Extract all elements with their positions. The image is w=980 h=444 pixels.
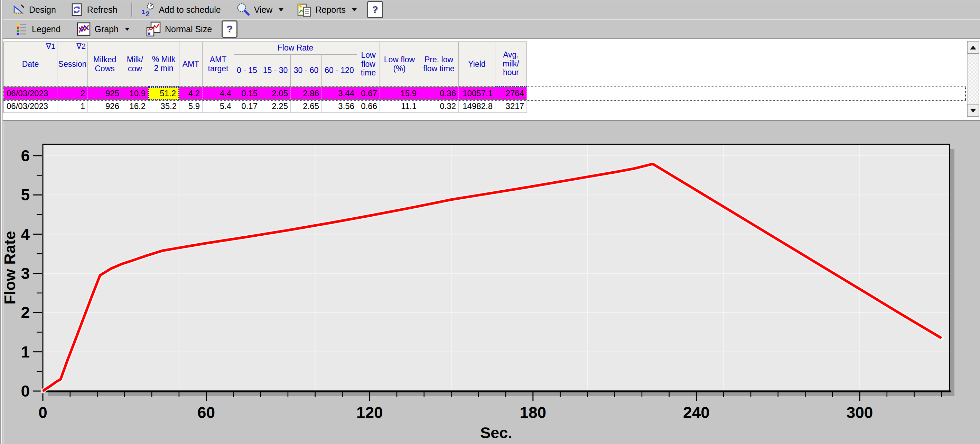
help-button-label: ? bbox=[372, 4, 378, 15]
column-header-date[interactable]: ∇1 Date bbox=[4, 42, 57, 87]
graph-button-label: Graph bbox=[94, 24, 118, 34]
column-header-avg-milk-hour[interactable]: Avg. milk/ hour bbox=[495, 42, 527, 87]
results-table: ∇1 Date ∇2 Session Milked Cows Milk/ cow… bbox=[3, 42, 527, 113]
scrollbar-track[interactable] bbox=[967, 54, 979, 104]
table-cell[interactable]: 925 bbox=[88, 87, 122, 100]
reports-dropdown-arrow-icon[interactable] bbox=[352, 8, 357, 11]
table-cell[interactable]: 0.15 bbox=[234, 87, 260, 100]
column-header-flow-60-120[interactable]: 60 - 120 bbox=[322, 55, 357, 87]
design-button[interactable]: Design bbox=[8, 2, 59, 17]
column-header-pct-milk-2min[interactable]: % Milk 2 min bbox=[148, 42, 180, 87]
column-header-low-flow-time[interactable]: Low flow time bbox=[357, 42, 380, 87]
table-cell[interactable]: 3.44 bbox=[322, 87, 357, 100]
view-toolbar: Legend Graph Normal Size ? bbox=[3, 19, 980, 39]
legend-button[interactable]: Legend bbox=[12, 21, 64, 37]
column-header-milked-cows[interactable]: Milked Cows bbox=[88, 42, 122, 87]
column-header-flow-0-15[interactable]: 0 - 15 bbox=[234, 55, 260, 87]
table-cell[interactable]: 2.86 bbox=[291, 87, 322, 100]
column-header-low-flow-pct[interactable]: Low flow (%) bbox=[380, 42, 419, 87]
table-cell[interactable]: 10.9 bbox=[122, 87, 148, 100]
arrow-up-icon bbox=[970, 46, 976, 50]
table-cell[interactable]: 1 bbox=[57, 100, 88, 113]
graph-button[interactable]: Graph bbox=[72, 21, 133, 37]
main-toolbar: Design Refresh 1 2 Add to schedule bbox=[3, 0, 980, 19]
table-cell[interactable]: 2 bbox=[57, 87, 88, 100]
table-cell[interactable]: 2.65 bbox=[291, 100, 322, 113]
legend-icon bbox=[15, 22, 29, 36]
help-button[interactable]: ? bbox=[367, 1, 383, 18]
help-button-2-label: ? bbox=[227, 24, 233, 35]
refresh-button-label: Refresh bbox=[87, 5, 118, 15]
column-header-pre-low-flow-time[interactable]: Pre. low flow time bbox=[419, 42, 459, 87]
normal-size-icon bbox=[146, 21, 161, 37]
table-cell[interactable]: 11.1 bbox=[380, 100, 419, 113]
column-header-flow-30-60[interactable]: 30 - 60 bbox=[291, 55, 322, 87]
app-window: Design Refresh 1 2 Add to schedule bbox=[0, 0, 980, 444]
table-cell[interactable]: 0.36 bbox=[419, 87, 459, 100]
table-cell[interactable]: 926 bbox=[88, 100, 122, 113]
chart-panel bbox=[3, 120, 980, 444]
help-button-2[interactable]: ? bbox=[221, 21, 237, 38]
view-dropdown-arrow-icon[interactable] bbox=[278, 8, 283, 11]
table-cell[interactable]: 14982.8 bbox=[459, 100, 495, 113]
results-table-panel: ∇1 Date ∇2 Session Milked Cows Milk/ cow… bbox=[3, 38, 980, 120]
table-cell[interactable]: 4.2 bbox=[180, 87, 202, 100]
design-icon bbox=[12, 3, 25, 17]
refresh-button[interactable]: Refresh bbox=[66, 2, 121, 17]
schedule-icon: 1 2 bbox=[141, 2, 155, 17]
normal-size-button[interactable]: Normal Size bbox=[142, 21, 215, 37]
sort-indicator-2: ∇2 bbox=[76, 42, 86, 51]
table-cell[interactable]: 5.4 bbox=[202, 100, 234, 113]
table-cell[interactable]: 2.25 bbox=[260, 100, 291, 113]
table-cell[interactable]: 5.9 bbox=[180, 100, 202, 113]
table-cell[interactable]: 35.2 bbox=[148, 100, 180, 113]
toolbar-separator bbox=[131, 3, 132, 17]
table-cell[interactable]: 06/03/2023 bbox=[4, 87, 57, 100]
table-scrollbar[interactable] bbox=[967, 41, 979, 117]
column-header-yield[interactable]: Yield bbox=[459, 42, 495, 87]
table-cell[interactable]: 3.56 bbox=[322, 100, 357, 113]
table-cell[interactable]: 4.4 bbox=[202, 87, 234, 100]
table-cell[interactable]: 2764 bbox=[495, 87, 527, 100]
table-cell[interactable]: 16.2 bbox=[122, 100, 148, 113]
svg-text:1: 1 bbox=[142, 9, 145, 15]
table-cell[interactable]: 0.32 bbox=[419, 100, 459, 113]
table-cell[interactable]: 10057.1 bbox=[459, 87, 495, 100]
table-cell[interactable]: 0.17 bbox=[234, 100, 260, 113]
column-header-milk-cow[interactable]: Milk/ cow bbox=[122, 42, 148, 87]
table-cell[interactable]: 3217 bbox=[495, 100, 527, 113]
add-to-schedule-label: Add to schedule bbox=[159, 5, 221, 15]
reports-button-label: Reports bbox=[315, 5, 346, 15]
design-button-label: Design bbox=[29, 5, 56, 15]
table-cell[interactable]: 51.2 bbox=[148, 87, 180, 100]
normal-size-button-label: Normal Size bbox=[165, 24, 212, 34]
view-button-label: View bbox=[254, 5, 273, 15]
reports-button[interactable]: Reports bbox=[293, 2, 360, 18]
refresh-icon bbox=[70, 3, 84, 17]
table-cell[interactable]: 2.05 bbox=[260, 87, 291, 100]
graph-dropdown-arrow-icon[interactable] bbox=[125, 28, 130, 31]
column-header-amt-target[interactable]: AMT target bbox=[202, 42, 234, 87]
sort-indicator-1: ∇1 bbox=[46, 42, 55, 51]
view-button[interactable]: View bbox=[233, 2, 287, 18]
column-header-session[interactable]: ∇2 Session bbox=[57, 42, 88, 87]
magnifier-icon bbox=[236, 2, 251, 17]
legend-button-label: Legend bbox=[32, 24, 60, 34]
table-cell[interactable]: 0.66 bbox=[357, 100, 380, 113]
column-header-flow-15-30[interactable]: 15 - 30 bbox=[260, 55, 291, 87]
table-cell[interactable]: 15.9 bbox=[380, 87, 419, 100]
column-group-flow-rate[interactable]: Flow Rate bbox=[234, 42, 357, 55]
scroll-up-button[interactable] bbox=[967, 41, 979, 54]
window-left-edge bbox=[0, 0, 3, 444]
arrow-down-icon bbox=[970, 109, 976, 112]
svg-text:2: 2 bbox=[146, 10, 150, 17]
table-cell[interactable]: 06/03/2023 bbox=[4, 100, 57, 113]
graph-icon bbox=[75, 21, 91, 37]
scroll-down-button[interactable] bbox=[967, 104, 979, 117]
add-to-schedule-button[interactable]: 1 2 Add to schedule bbox=[137, 2, 224, 18]
reports-icon bbox=[297, 2, 312, 17]
column-header-amt[interactable]: AMT bbox=[180, 42, 202, 87]
table-cell[interactable]: 0.67 bbox=[357, 87, 380, 100]
